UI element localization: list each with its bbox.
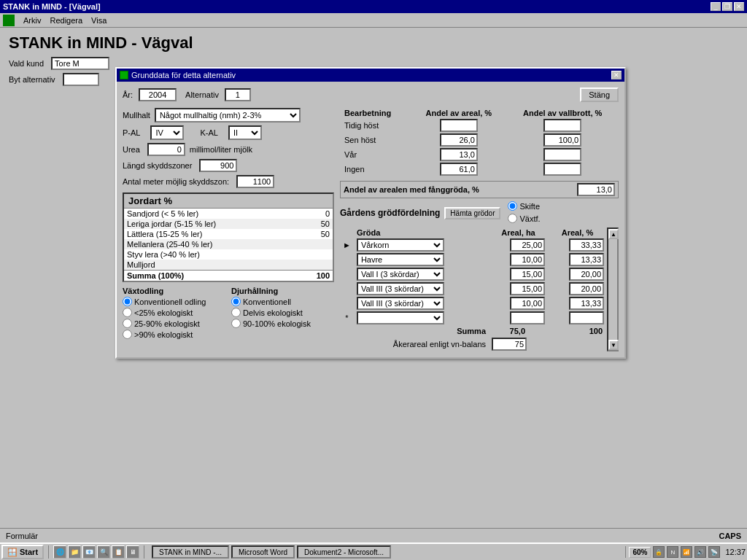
jordart-title: Jordart %: [124, 194, 333, 209]
ar-input[interactable]: [139, 88, 177, 101]
menu-redigera[interactable]: Redigera: [45, 15, 87, 26]
alternativ-input[interactable]: [225, 88, 251, 101]
byt-alternativ-input[interactable]: [63, 73, 99, 86]
mullhalt-row: Mullhalt Något mullhaltig (nmh) 2-3% Måt…: [123, 108, 334, 122]
grdf-row: *: [340, 311, 607, 325]
grdf-areal[interactable]: [510, 311, 545, 324]
bearbetning-areal[interactable]: [440, 119, 478, 132]
jordart-table: Sandjord (< 5 % ler) 0 Leriga jordar (5-…: [124, 209, 333, 281]
jordart-row: Lättlera (15-25 % ler) 50: [124, 229, 333, 239]
grdf-areal[interactable]: [510, 282, 545, 295]
taskbar-app-doc[interactable]: Dokument2 - Microsoft...: [297, 545, 391, 559]
ql-icon-2[interactable]: 📁: [68, 545, 81, 559]
grdf-groda-select[interactable]: Vall III (3 skördar): [357, 282, 444, 295]
ql-icon-3[interactable]: 📧: [82, 545, 96, 559]
tray-icon-3[interactable]: 📶: [681, 546, 692, 558]
bearbetning-vallbrott[interactable]: [543, 119, 581, 132]
kal-label: K-AL: [200, 128, 217, 137]
stang-button[interactable]: Stäng: [580, 88, 619, 102]
maximize-btn[interactable]: ❐: [722, 2, 732, 11]
jordart-row-label: Sandjord (< 5 % ler): [124, 209, 303, 219]
menu-arkiv[interactable]: Arkiv: [19, 15, 45, 26]
bearbetning-vallbrott[interactable]: [543, 148, 581, 161]
jordart-row-value: 50: [303, 219, 333, 229]
hamta-button[interactable]: Hämta grödor: [444, 207, 500, 219]
grdf-areal[interactable]: [510, 268, 545, 281]
jordart-row-label: Styv lera (>40 % ler): [124, 249, 303, 260]
bearbetning-areal[interactable]: [440, 133, 478, 147]
bearbetning-vallbrott[interactable]: [543, 133, 581, 147]
tray-icon-4[interactable]: 🔊: [694, 546, 706, 558]
antal-label: Antal meter möjlig skyddszon:: [123, 177, 229, 186]
mullhalt-select[interactable]: Något mullhaltig (nmh) 2-3% Måttligt mul…: [155, 108, 301, 122]
grdf-groda-select[interactable]: Vårkorn: [357, 238, 444, 252]
scroll-up-btn[interactable]: ▲: [608, 229, 619, 239]
urea-input[interactable]: [147, 143, 185, 156]
bearbetning-col0: Bearbetning: [340, 108, 411, 118]
zoom-badge: 60%: [629, 547, 651, 558]
bearbetning-row: Vår: [340, 147, 619, 162]
taskbar-app-stank-label: STANK in MIND -...: [159, 548, 222, 556]
jordart-row-value: [303, 260, 333, 271]
scroll-down-btn[interactable]: ▼: [608, 340, 619, 350]
alternativ-field: Alternativ: [185, 88, 251, 101]
tray-icon-2[interactable]: N: [667, 546, 678, 558]
andel-fang-input[interactable]: [577, 183, 615, 196]
kal-select[interactable]: IIIIIIIVV: [228, 125, 262, 140]
grdf-arrow: ►: [340, 238, 354, 252]
grdf-areal[interactable]: [510, 297, 545, 310]
mullhalt-label: Mullhalt: [123, 111, 150, 120]
taskbar-app-stank[interactable]: STANK in MIND -...: [152, 545, 229, 559]
grdf-row: Vall III (3 skördar): [340, 281, 607, 296]
antal-input[interactable]: [236, 175, 274, 188]
bearbetning-row-label: Tidig höst: [340, 118, 411, 133]
minimize-btn[interactable]: _: [711, 2, 721, 11]
bearbetning-table: Bearbetning Andel av areal, % Andel av v…: [340, 108, 619, 176]
start-button[interactable]: 🪟 Start: [1, 545, 44, 559]
grdf-groda-select[interactable]: Vall III (3 skördar): [357, 297, 444, 310]
grdf-groda-select[interactable]: Havre: [357, 253, 444, 266]
grdf-scrollbar[interactable]: ▲ ▼: [607, 228, 619, 351]
djurhallning-option-1: Delvis ekologiskt: [231, 308, 334, 317]
grdf-groda-select[interactable]: [357, 311, 444, 324]
menu-visa[interactable]: Visa: [87, 15, 111, 26]
bearbetning-areal[interactable]: [440, 148, 478, 161]
dialog-top-row: År: Alternativ Stäng: [123, 88, 619, 102]
vald-kund-label: Vald kund: [9, 59, 44, 68]
tray-icon-5[interactable]: 📡: [708, 546, 720, 558]
alternativ-label: Alternativ: [185, 90, 219, 99]
djurhallning-title: Djurhållning: [231, 287, 334, 295]
pal-label: P-AL: [123, 128, 140, 137]
vaxtodling-group: Växtodling Konventionell odling <25% eko…: [123, 287, 225, 341]
ql-icon-5[interactable]: 📋: [112, 545, 125, 559]
akerareal-input[interactable]: [492, 338, 527, 351]
taskbar-app-word[interactable]: Microsoft Word: [231, 545, 295, 559]
dialog-top-left: År: Alternativ: [123, 88, 251, 101]
bearbetning-areal[interactable]: [440, 163, 478, 176]
jordart-sum-row: Summa (100%)100: [124, 271, 333, 281]
akerareal-label: Åkerareal enligt vn-balans: [340, 337, 489, 351]
grdf-groda-select[interactable]: Vall I (3 skördar): [357, 268, 444, 281]
grdf-title: Gårdens grödfördelning: [340, 208, 440, 218]
ql-icon-4[interactable]: 🔍: [97, 545, 110, 559]
quicklaunch: 🌐 📁 📧 🔍 📋 🖥: [53, 545, 139, 559]
close-btn[interactable]: ✕: [734, 2, 744, 11]
taskbar-app-word-label: Microsoft Word: [239, 548, 287, 556]
jordart-row-label: Mulljord: [124, 260, 303, 271]
djurhallning-option-0: Konventionell: [231, 297, 334, 306]
ql-icon-6[interactable]: 🖥: [126, 545, 139, 559]
pal-select[interactable]: IVIIIIIIV: [150, 125, 184, 140]
summa-label: Summa: [340, 325, 489, 337]
grdf-areal[interactable]: [510, 238, 545, 252]
tray-icon-1[interactable]: 🔒: [653, 546, 665, 558]
bearbetning-vallbrott[interactable]: [543, 163, 581, 176]
akerareal-row: Åkerareal enligt vn-balans: [340, 337, 607, 351]
vald-kund-input[interactable]: [51, 57, 109, 70]
dialog-close-btn[interactable]: ✕: [611, 71, 622, 79]
bearbetning-row-label: Ingen: [340, 162, 411, 176]
title-bar-title: STANK in MIND - [Vägval]: [3, 2, 101, 11]
ql-icon-1[interactable]: 🌐: [53, 545, 66, 559]
langd-input[interactable]: [199, 159, 237, 172]
grdf-areal[interactable]: [510, 253, 545, 266]
andel-fang-label: Andel av arealen med fånggröda, %: [344, 185, 577, 194]
